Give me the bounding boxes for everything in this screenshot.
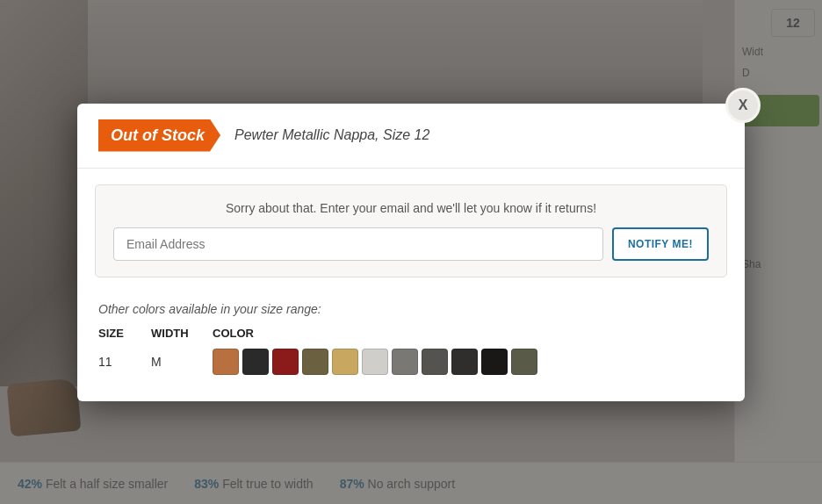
modal-close-button[interactable]: X bbox=[725, 88, 761, 123]
swatch-tan[interactable] bbox=[213, 349, 239, 375]
color-column-header: COLOR bbox=[213, 327, 254, 340]
swatch-light-gray[interactable] bbox=[362, 349, 388, 375]
swatch-olive[interactable] bbox=[302, 349, 328, 375]
email-notification-box: Sorry about that. Enter your email and w… bbox=[95, 184, 727, 277]
width-column-header: WIDTH bbox=[151, 327, 213, 340]
swatch-medium-gray[interactable] bbox=[392, 349, 418, 375]
size-column-header: SIZE bbox=[98, 327, 151, 340]
colors-table-header: SIZE WIDTH COLOR bbox=[98, 327, 724, 340]
modal-overlay: X Out of Stock Pewter Metallic Nappa, Si… bbox=[0, 0, 822, 504]
row-size-value: 11 bbox=[98, 355, 151, 369]
swatch-army-green[interactable] bbox=[511, 349, 537, 375]
swatch-black2[interactable] bbox=[481, 349, 508, 375]
out-of-stock-modal: X Out of Stock Pewter Metallic Nappa, Si… bbox=[77, 104, 745, 401]
email-input-row: NOTIFY ME! bbox=[113, 227, 709, 261]
notify-me-button[interactable]: NOTIFY ME! bbox=[612, 227, 709, 261]
colors-section: Other colors available in your size rang… bbox=[77, 293, 745, 380]
swatch-dark-red[interactable] bbox=[272, 349, 299, 375]
notification-message: Sorry about that. Enter your email and w… bbox=[113, 201, 709, 215]
colors-data-row: 11 M bbox=[98, 349, 724, 375]
row-width-value: M bbox=[151, 355, 213, 369]
swatch-near-black[interactable] bbox=[451, 349, 478, 375]
modal-header: Out of Stock Pewter Metallic Nappa, Size… bbox=[77, 104, 745, 169]
color-swatches bbox=[213, 349, 537, 375]
swatch-dark-gray[interactable] bbox=[422, 349, 448, 375]
out-of-stock-badge: Out of Stock bbox=[98, 119, 220, 152]
product-description: Pewter Metallic Nappa, Size 12 bbox=[234, 127, 429, 143]
email-input[interactable] bbox=[113, 227, 603, 261]
swatch-tan-light[interactable] bbox=[332, 349, 358, 375]
close-icon: X bbox=[739, 97, 748, 113]
colors-intro-text: Other colors available in your size rang… bbox=[98, 302, 724, 316]
swatch-black[interactable] bbox=[242, 349, 269, 375]
